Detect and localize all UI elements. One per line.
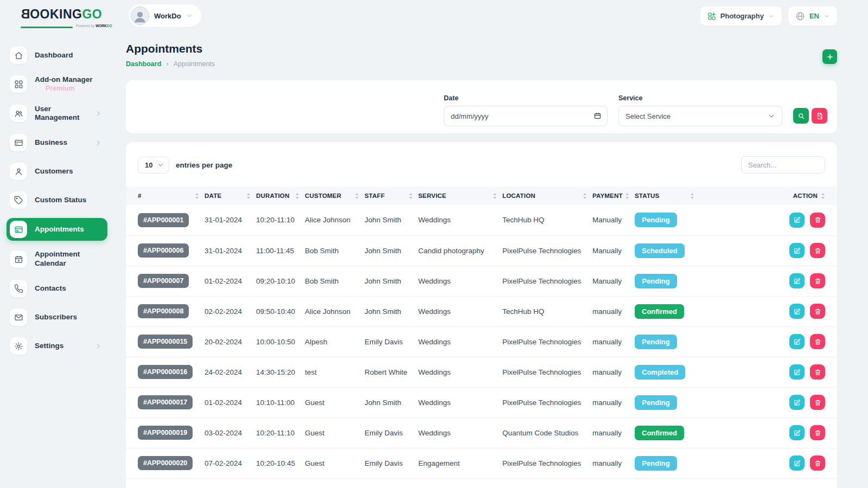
appointment-id-badge[interactable]: #APP0000016: [138, 365, 193, 379]
table-controls: 10 entries per page: [126, 142, 837, 187]
delete-button[interactable]: [810, 455, 825, 471]
sidebar-item-add-on-manager[interactable]: Add-on Manager Premium: [7, 73, 107, 95]
sidebar-item-custom-status[interactable]: Custom Status: [7, 189, 107, 211]
delete-button[interactable]: [810, 273, 825, 288]
col-action[interactable]: ACTION: [700, 187, 837, 205]
edit-button[interactable]: [789, 213, 805, 228]
col-staff[interactable]: STAFF: [365, 187, 418, 205]
appointment-id-badge[interactable]: #APP0000020: [138, 456, 193, 470]
cell-customer: test: [305, 357, 365, 387]
brand-logo[interactable]: BOOKINGGO Powered by WORKDO: [21, 8, 112, 30]
cell-location: PixelPulse Technologies: [502, 357, 592, 387]
sidebar-item-user-management[interactable]: User Management: [7, 102, 107, 125]
cell-staff: Emily Davis: [365, 418, 418, 448]
delete-button[interactable]: [810, 395, 825, 410]
search-icon: [797, 112, 805, 120]
tag-icon: [14, 196, 23, 205]
sidebar-item-contacts[interactable]: Contacts: [7, 278, 107, 299]
sidebar-item-label: Add-on Manager: [35, 75, 93, 85]
sidebar-item-label: User Management: [35, 105, 87, 123]
cell-duration: 11:00-11:45: [256, 235, 305, 266]
date-input[interactable]: [444, 106, 608, 126]
col-duration[interactable]: DURATION: [256, 187, 305, 205]
gear-icon: [14, 342, 23, 351]
trash-icon: [814, 308, 821, 315]
breadcrumb-dashboard-link[interactable]: Dashboard: [126, 60, 161, 68]
chevron-down-icon: [157, 162, 164, 168]
table-row: #APP0000019 03-02-2024 10:20-11:10 Guest…: [126, 418, 837, 448]
cell-action: [700, 296, 837, 326]
entries-per-page-select[interactable]: 10: [138, 157, 169, 174]
col-status[interactable]: STATUS: [635, 187, 700, 205]
cell-service: Weddings: [418, 387, 502, 418]
sidebar-item-label: Appointment Calendar: [35, 250, 102, 268]
reset-filter-button[interactable]: [812, 108, 827, 124]
delete-button[interactable]: [810, 334, 825, 349]
cell-staff: John Smith: [365, 296, 418, 326]
col-customer[interactable]: CUSTOMER: [305, 187, 365, 205]
sidebar-item-label: Custom Status: [35, 196, 86, 205]
col-id[interactable]: #: [126, 187, 205, 205]
appointment-id-badge[interactable]: #APP0000017: [138, 395, 193, 409]
breadcrumb-separator: ›: [166, 60, 168, 68]
add-appointment-button[interactable]: [822, 49, 837, 64]
cell-payment: manually: [592, 387, 635, 418]
edit-icon: [794, 399, 801, 406]
delete-button[interactable]: [810, 213, 825, 228]
edit-icon: [794, 278, 801, 285]
sidebar-item-label: Business: [35, 138, 67, 147]
delete-button[interactable]: [810, 364, 825, 380]
edit-button[interactable]: [789, 425, 805, 440]
cell-action: [700, 448, 837, 478]
edit-button[interactable]: [789, 334, 805, 349]
delete-button[interactable]: [810, 304, 825, 319]
appointment-id-badge[interactable]: #APP000006: [138, 243, 189, 258]
apply-filter-button[interactable]: [793, 108, 809, 124]
sidebar-item-settings[interactable]: Settings: [7, 335, 107, 357]
table-search-input[interactable]: [741, 156, 825, 174]
sidebar-item-appointments[interactable]: Appointments: [7, 218, 107, 241]
sidebar-item-dashboard[interactable]: Dashboard: [7, 44, 107, 66]
edit-icon: [794, 216, 801, 223]
cell-action: [700, 266, 837, 296]
cell-status: Pending: [635, 205, 700, 235]
appointment-id-badge[interactable]: #APP000001: [138, 213, 189, 227]
chevron-right-icon: [95, 110, 102, 117]
delete-button[interactable]: [810, 425, 825, 440]
appointment-id-badge[interactable]: #APP0000015: [138, 335, 193, 349]
cell-service: Candid photography: [418, 235, 502, 266]
sidebar-item-label: Subscribers: [35, 313, 77, 322]
sidebar-item-subscribers[interactable]: Subscribers: [7, 306, 107, 328]
sidebar-item-customers[interactable]: Customers: [7, 160, 107, 182]
delete-button[interactable]: [810, 243, 825, 258]
edit-button[interactable]: [789, 243, 805, 258]
service-select[interactable]: Select Service: [618, 106, 782, 126]
trash-icon: [814, 429, 821, 436]
cell-service: Weddings: [418, 205, 502, 235]
edit-button[interactable]: [789, 273, 805, 288]
trash-icon: [814, 216, 821, 223]
edit-button[interactable]: [789, 395, 805, 410]
sidebar-nav: Dashboard Add-on Manager Premium User Ma…: [7, 44, 107, 357]
col-service[interactable]: SERVICE: [418, 187, 502, 205]
col-date[interactable]: DATE: [205, 187, 256, 205]
col-location[interactable]: LOCATION: [502, 187, 592, 205]
sort-icon: [583, 193, 587, 199]
sidebar-item-appointment-calendar[interactable]: Appointment Calendar: [7, 248, 107, 271]
edit-button[interactable]: [789, 455, 805, 471]
cell-date: 24-02-2024: [205, 357, 256, 387]
edit-button[interactable]: [789, 364, 805, 380]
table-row: #APP000006 31-01-2024 11:00-11:45 Bob Sm…: [126, 235, 837, 266]
col-payment[interactable]: PAYMENT: [592, 187, 635, 205]
appointment-id-badge[interactable]: #APP000007: [138, 274, 189, 288]
mail-icon: [14, 313, 23, 322]
cell-service: Weddings: [418, 266, 502, 296]
chevron-right-icon: [95, 343, 102, 350]
sidebar-item-business[interactable]: Business: [7, 132, 107, 153]
appointment-id-badge[interactable]: #APP000008: [138, 304, 189, 318]
sort-icon: [626, 193, 629, 199]
edit-button[interactable]: [789, 304, 805, 319]
cell-location: PixelPulse Technologies: [502, 387, 592, 418]
appointment-id-badge[interactable]: #APP0000019: [138, 426, 193, 440]
cell-status: Scheduled: [635, 235, 700, 266]
